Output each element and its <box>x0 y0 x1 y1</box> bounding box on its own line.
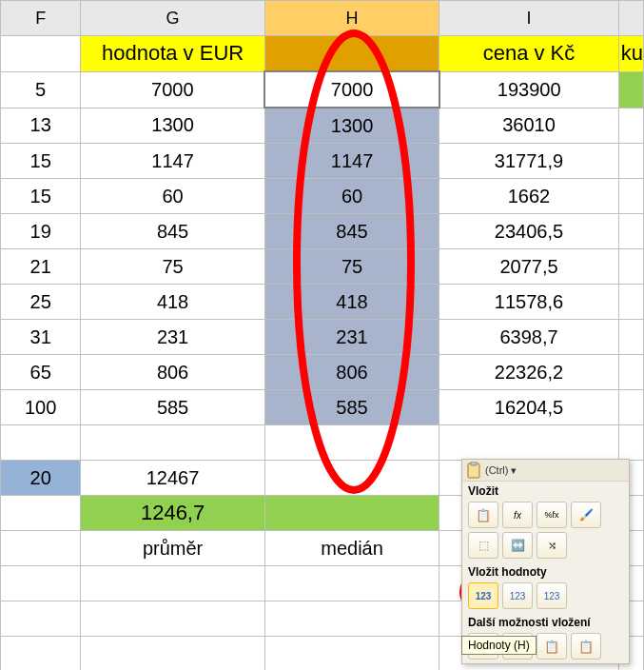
cell[interactable]: 193900 <box>439 71 618 108</box>
cell[interactable]: 806 <box>264 355 439 390</box>
paste-noborders-button[interactable]: ⬚ <box>468 532 498 559</box>
col-header-H[interactable]: H <box>264 1 439 36</box>
cell[interactable]: 418 <box>81 285 264 320</box>
cell[interactable]: 15 <box>1 179 81 214</box>
cell[interactable] <box>81 425 264 461</box>
cell[interactable] <box>264 566 439 601</box>
cell[interactable]: 11578,6 <box>439 285 618 320</box>
paste-formulas-number-button[interactable]: %fx <box>537 502 567 528</box>
col-header-I[interactable]: I <box>439 1 618 36</box>
cell[interactable] <box>1 531 81 566</box>
cell[interactable]: 418 <box>264 285 439 320</box>
paste-icon-grid: 📋 fx %fx 🖌️ ⬚ ↔️ ⤭ <box>462 500 629 562</box>
cell-label-prumer[interactable]: průměr <box>81 531 264 566</box>
cell[interactable]: 845 <box>81 214 264 249</box>
cell[interactable]: 100 <box>1 390 81 425</box>
cell[interactable]: 1662 <box>439 179 618 214</box>
cell[interactable]: 806 <box>81 355 264 390</box>
cell[interactable] <box>618 425 643 461</box>
cell[interactable] <box>81 601 264 637</box>
cell[interactable]: 16204,5 <box>439 390 618 425</box>
cell[interactable]: 231 <box>81 320 264 355</box>
col-header-J[interactable] <box>618 1 643 36</box>
cell[interactable]: 5 <box>1 71 81 108</box>
cell-count[interactable]: 20 <box>1 461 81 496</box>
cell[interactable]: 7000 <box>81 71 264 108</box>
cell-H-header[interactable] <box>264 36 439 72</box>
cell[interactable] <box>264 461 439 496</box>
paste-other-section-title: Další možnosti vložení <box>462 613 629 631</box>
col-header-G[interactable]: G <box>81 1 264 36</box>
cell[interactable] <box>264 496 439 531</box>
cell[interactable]: 13 <box>1 108 81 144</box>
cell[interactable]: 75 <box>81 249 264 285</box>
cell-sum[interactable]: 12467 <box>81 461 264 496</box>
paste-values-source-button[interactable]: 123 <box>537 582 567 609</box>
cell[interactable]: 19 <box>1 214 81 249</box>
cell[interactable] <box>618 179 643 214</box>
cell[interactable] <box>1 601 81 637</box>
cell[interactable] <box>264 601 439 637</box>
cell[interactable]: 1147 <box>264 144 439 179</box>
cell[interactable]: 36010 <box>439 108 618 144</box>
cell[interactable] <box>1 425 81 461</box>
cell-J-header[interactable]: ku <box>618 36 643 72</box>
cell[interactable] <box>81 566 264 601</box>
paste-other-4-button[interactable]: 📋 <box>571 633 601 660</box>
cell[interactable] <box>618 144 643 179</box>
cell[interactable]: 21 <box>1 249 81 285</box>
paste-formulas-button[interactable]: fx <box>502 502 533 528</box>
paste-colwidths-button[interactable]: ↔️ <box>502 532 533 559</box>
paste-values-number-button[interactable]: 123 <box>502 582 533 609</box>
paste-options-header[interactable]: (Ctrl) ▾ <box>462 460 629 482</box>
cell[interactable]: 1147 <box>81 144 264 179</box>
cell[interactable] <box>1 637 81 671</box>
cell[interactable] <box>264 425 439 461</box>
table-row: 15 1147 1147 31771,9 <box>1 144 644 179</box>
paste-section-title: Vložit <box>462 482 629 500</box>
cell[interactable]: 25 <box>1 285 81 320</box>
cell[interactable]: 65 <box>1 355 81 390</box>
paste-transpose-button[interactable]: ⤭ <box>537 532 567 559</box>
cell[interactable]: 6398,7 <box>439 320 618 355</box>
cell-G-header[interactable]: hodnota v EUR <box>81 36 264 72</box>
paste-values-button[interactable]: 123 <box>468 582 498 609</box>
cell-F-header[interactable] <box>1 36 81 72</box>
cell-I-header[interactable]: cena v Kč <box>439 36 618 72</box>
cell[interactable]: 31771,9 <box>439 144 618 179</box>
cell[interactable]: 585 <box>264 390 439 425</box>
cell[interactable]: 585 <box>81 390 264 425</box>
cell[interactable]: 1300 <box>81 108 264 144</box>
cell[interactable] <box>618 214 643 249</box>
cell[interactable] <box>618 249 643 285</box>
cell[interactable]: 1300 <box>264 108 439 144</box>
cell[interactable] <box>618 108 643 144</box>
cell[interactable]: 60 <box>264 179 439 214</box>
cell[interactable]: 31 <box>1 320 81 355</box>
cell[interactable] <box>81 637 264 671</box>
cell[interactable] <box>439 425 618 461</box>
cell[interactable]: 60 <box>81 179 264 214</box>
paste-formatting-button[interactable]: 🖌️ <box>571 502 601 528</box>
paste-all-button[interactable]: 📋 <box>468 502 498 528</box>
cell[interactable] <box>618 285 643 320</box>
cell[interactable] <box>618 71 643 108</box>
paste-other-3-button[interactable]: 📋 <box>537 633 567 660</box>
cell[interactable]: 23406,5 <box>439 214 618 249</box>
cell[interactable]: 845 <box>264 214 439 249</box>
cell-avg[interactable]: 1246,7 <box>81 496 264 531</box>
cell[interactable] <box>618 355 643 390</box>
col-header-F[interactable]: F <box>1 1 81 36</box>
cell[interactable] <box>1 566 81 601</box>
cell[interactable]: 2077,5 <box>439 249 618 285</box>
cell[interactable] <box>618 390 643 425</box>
cell[interactable]: 7000 <box>264 71 439 108</box>
cell[interactable]: 15 <box>1 144 81 179</box>
cell[interactable]: 75 <box>264 249 439 285</box>
cell[interactable] <box>1 496 81 531</box>
cell[interactable]: 22326,2 <box>439 355 618 390</box>
cell[interactable] <box>264 637 439 671</box>
cell[interactable] <box>618 320 643 355</box>
cell[interactable]: 231 <box>264 320 439 355</box>
cell-label-median[interactable]: medián <box>264 531 439 566</box>
